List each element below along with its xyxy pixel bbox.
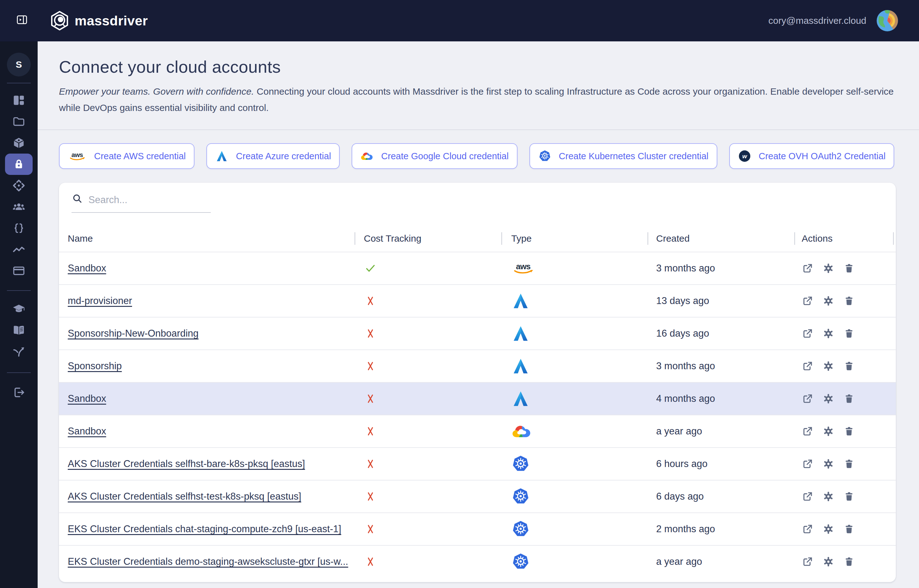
brand-logo[interactable]: massdriver [49,10,148,31]
credential-name-link[interactable]: AKS Cluster Credentials selfhst-test-k8s… [68,491,301,502]
settings-gear-icon [822,360,834,372]
sidebar: S [0,41,38,588]
create-aws-credential-button[interactable]: awsCreate AWS credential [59,143,194,169]
sidebar-item-graduation-cap[interactable] [0,298,38,320]
create-gcp-credential-button[interactable]: Create Google Cloud credential [352,143,517,169]
sidebar-item-package-box[interactable] [0,132,38,153]
button-label: Create OVH OAuth2 Credential [759,151,886,162]
credential-row: Sandboxa year ago [59,415,896,447]
open-in-new-icon [802,295,814,307]
created-time: a year ago [656,556,702,567]
open-in-new-button[interactable] [802,425,814,437]
column-divider [893,232,894,245]
create-kubernetes-credential-button[interactable]: Create Kubernetes Cluster credential [529,143,717,169]
workspace-avatar[interactable]: S [7,53,31,76]
trash-button[interactable] [843,328,855,339]
aws-logo-icon: aws [511,261,535,276]
created-time: 4 months ago [656,393,715,404]
sidebar-item-people[interactable] [0,196,38,218]
column-divider [501,232,502,245]
folder-icon [12,115,26,129]
trash-icon [843,425,855,437]
cost-tracking-disabled-icon [364,555,377,568]
settings-gear-icon [822,328,834,339]
sidebar-item-folder[interactable] [0,111,38,132]
open-in-new-button[interactable] [802,360,814,372]
credential-name-link[interactable]: EKS Cluster Credentials chat-staging-com… [68,523,341,535]
open-book-icon [12,323,26,337]
graduation-cap-icon [12,302,26,316]
settings-gear-button[interactable] [822,393,834,405]
open-in-new-button[interactable] [802,295,814,307]
settings-gear-button[interactable] [822,523,834,535]
credential-name-link[interactable]: Sandbox [68,393,106,404]
open-in-new-button[interactable] [802,328,814,339]
azure-logo-icon [511,389,530,408]
sidebar-item-logout[interactable] [0,382,38,403]
settings-gear-button[interactable] [822,262,834,274]
trash-icon [843,523,855,535]
settings-gear-button[interactable] [822,458,834,470]
credential-row: AKS Cluster Credentials selfhst-bare-k8s… [59,447,896,480]
trash-button[interactable] [843,556,855,568]
open-in-new-icon [802,393,814,405]
settings-gear-icon [822,491,834,502]
settings-gear-button[interactable] [822,360,834,372]
create-azure-credential-button[interactable]: Create Azure credential [206,143,340,169]
trash-button[interactable] [843,458,855,470]
sidebar-item-branch-arrow[interactable] [0,341,38,362]
credential-name-link[interactable]: Sandbox [68,426,106,437]
trash-button[interactable] [843,491,855,502]
grid-icon [12,94,26,107]
credential-name-link[interactable]: EKS Cluster Credentials demo-staging-aws… [68,556,348,567]
open-in-new-button[interactable] [802,262,814,274]
created-time: 16 days ago [656,328,709,339]
open-in-new-icon [802,425,814,437]
settings-gear-button[interactable] [822,491,834,502]
sidebar-item-credit-card[interactable] [0,260,38,281]
trash-button[interactable] [843,393,855,405]
ovh-logo-icon: w [738,150,751,163]
trash-button[interactable] [843,295,855,307]
open-in-new-button[interactable] [802,556,814,568]
sidebar-toggle-icon [16,13,28,28]
credential-name-link[interactable]: Sponsorship [68,360,122,372]
trash-button[interactable] [843,523,855,535]
create-ovh-credential-button[interactable]: wCreate OVH OAuth2 Credential [729,143,895,169]
sidebar-item-open-book[interactable] [0,320,38,341]
open-in-new-button[interactable] [802,491,814,502]
trash-button[interactable] [843,425,855,437]
trash-icon [843,393,855,405]
settings-gear-button[interactable] [822,295,834,307]
open-in-new-icon [802,262,814,274]
sidebar-item-diamond-arrows[interactable] [0,175,38,196]
credential-row: AKS Cluster Credentials selfhst-test-k8s… [59,480,896,512]
topbar-right: cory@massdriver.cloud [769,9,899,32]
button-label: Create Google Cloud credential [381,151,508,162]
sidebar-toggle-button[interactable] [11,10,33,32]
open-in-new-button[interactable] [802,458,814,470]
credential-name-link[interactable]: Sandbox [68,263,106,274]
settings-gear-button[interactable] [822,556,834,568]
settings-gear-button[interactable] [822,425,834,437]
sidebar-divider [7,290,31,291]
gcp-logo-icon [511,423,532,440]
trash-button[interactable] [843,262,855,274]
sidebar-item-code-braces[interactable] [0,218,38,239]
sidebar-item-grid[interactable] [0,90,38,111]
cost-tracking-disabled-icon [364,327,377,340]
user-avatar[interactable] [876,9,899,32]
table-header-row: NameCost TrackingTypeCreatedActions [59,225,896,252]
kubernetes-logo-icon [511,487,530,506]
sidebar-item-trend-line[interactable] [0,239,38,260]
trash-button[interactable] [843,360,855,372]
sidebar-item-lock[interactable] [5,153,32,175]
open-in-new-button[interactable] [802,393,814,405]
credential-name-link[interactable]: AKS Cluster Credentials selfhst-bare-k8s… [68,458,305,470]
credential-name-link[interactable]: md-provisioner [68,295,132,307]
search-input[interactable] [89,194,211,206]
settings-gear-icon [822,523,834,535]
credential-name-link[interactable]: Sponsorship-New-Onboarding [68,328,199,339]
settings-gear-button[interactable] [822,328,834,339]
open-in-new-button[interactable] [802,523,814,535]
